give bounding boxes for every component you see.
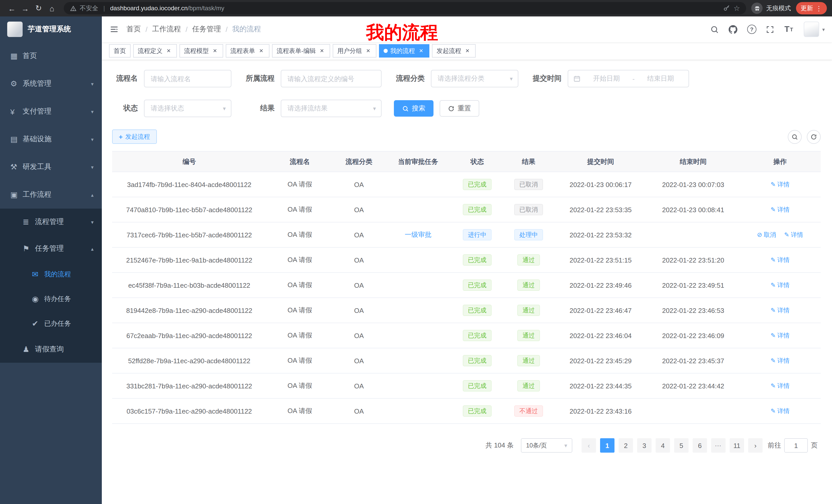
fullscreen-icon[interactable]: [762, 21, 778, 38]
browser-menu-icon[interactable]: ⋮: [815, 4, 822, 12]
submit-time-range-picker[interactable]: 开始日期 - 结束日期: [568, 70, 689, 87]
sidebar-menu-item[interactable]: ⚑ 任务管理 ▴: [0, 235, 102, 262]
font-size-icon[interactable]: TT: [781, 21, 797, 38]
detail-button[interactable]: ✎详情: [771, 281, 789, 289]
view-tab[interactable]: 流程表单-编辑 ×: [272, 44, 330, 58]
category-select[interactable]: 请选择流程分类 ▾: [431, 70, 518, 87]
app-logo[interactable]: 芋道管理系统: [0, 17, 102, 42]
next-page-button[interactable]: ›: [748, 438, 762, 453]
reload-icon[interactable]: ↻: [32, 2, 45, 15]
detail-button[interactable]: ✎详情: [771, 356, 789, 365]
breadcrumb-separator: /: [226, 25, 228, 33]
reset-button[interactable]: 重置: [440, 100, 479, 117]
cell-process-name: OA 请假: [266, 197, 333, 222]
breadcrumb-item[interactable]: 工作流程: [152, 25, 181, 34]
sidebar-menu-item[interactable]: ▦ 首页: [0, 42, 102, 70]
detail-button[interactable]: ✎详情: [771, 256, 789, 264]
create-process-button[interactable]: + 发起流程: [112, 130, 157, 144]
page-size-select[interactable]: 10条/页 ▾: [521, 438, 572, 453]
back-icon[interactable]: ←: [5, 2, 19, 15]
user-avatar[interactable]: ▾: [804, 22, 825, 37]
sidebar-menu-item[interactable]: ▤ 基础设施 ▾: [0, 125, 102, 153]
prev-page-button[interactable]: ‹: [581, 438, 596, 453]
breadcrumb-item[interactable]: 首页: [127, 25, 141, 34]
process-name-input[interactable]: [144, 70, 231, 87]
tab-close-icon[interactable]: ×: [211, 47, 218, 54]
toggle-search-button[interactable]: [788, 130, 802, 144]
refresh-glyph: [448, 105, 454, 112]
tab-close-icon[interactable]: ×: [165, 47, 172, 54]
cell-current-task: [385, 298, 451, 323]
tab-close-icon[interactable]: ×: [365, 47, 372, 54]
canc el-button[interactable]: ⊘取消: [757, 230, 776, 239]
search-icon[interactable]: [707, 21, 723, 38]
edit-icon: ✎: [771, 206, 776, 213]
sidebar-menu-item[interactable]: ≣ 流程管理 ▾: [0, 208, 102, 235]
cell-status: 已完成: [451, 273, 503, 298]
sidebar-menu-item[interactable]: ▣ 工作流程 ▴: [0, 181, 102, 208]
home-icon[interactable]: ⌂: [45, 2, 59, 15]
update-button[interactable]: 更新 ⋮: [796, 2, 827, 15]
view-tab[interactable]: 流程模型 ×: [179, 44, 223, 58]
detail-button[interactable]: ✎详情: [771, 407, 789, 415]
incognito-label: 无痕模式: [766, 4, 791, 12]
bookmark-star-icon[interactable]: ☆: [733, 4, 740, 12]
view-tab[interactable]: 首页 ×: [109, 44, 131, 58]
page-number-button[interactable]: 5: [674, 438, 688, 453]
sidebar-menu-item[interactable]: ✔ 已办任务: [0, 311, 102, 336]
logo-image: [7, 22, 23, 37]
sidebar-menu-item[interactable]: ◉ 待办任务: [0, 287, 102, 311]
page-url[interactable]: dashboard.yudao.iocoder.cn/bpm/task/my: [110, 5, 224, 12]
forward-icon[interactable]: →: [19, 2, 32, 15]
page-number-button[interactable]: ⋯: [711, 438, 726, 453]
tab-close-icon[interactable]: ×: [464, 47, 471, 54]
help-icon[interactable]: ?: [747, 25, 756, 34]
sidebar-menu-item[interactable]: ✉ 我的流程: [0, 262, 102, 287]
tab-close-icon[interactable]: ×: [318, 47, 326, 54]
view-tab[interactable]: 流程表单 ×: [226, 44, 269, 58]
sidebar-menu-item[interactable]: ♟ 请假查询: [0, 336, 102, 363]
sidebar-menu-item[interactable]: ⚙ 系统管理 ▾: [0, 70, 102, 97]
password-key-icon[interactable]: [723, 5, 730, 12]
detail-button[interactable]: ✎详情: [771, 205, 789, 214]
status-select[interactable]: 请选择状态 ▾: [144, 100, 231, 117]
view-tab[interactable]: 流程定义 ×: [133, 44, 177, 58]
sidebar-toggle-icon[interactable]: [102, 25, 127, 34]
tab-close-icon[interactable]: ×: [258, 47, 265, 54]
github-icon[interactable]: [726, 21, 741, 38]
sidebar-menu-item[interactable]: ¥ 支付管理 ▾: [0, 97, 102, 125]
view-tab[interactable]: 用户分组 ×: [333, 44, 376, 58]
address-bar[interactable]: 不安全 | dashboard.yudao.iocoder.cn/bpm/tas…: [64, 2, 746, 15]
detail-button[interactable]: ✎详情: [771, 331, 789, 340]
cell-id: 331bc281-7b9a-11ec-a290-acde48001122: [112, 373, 266, 398]
process-def-input[interactable]: [281, 70, 382, 87]
search-button[interactable]: 搜索: [394, 100, 434, 117]
view-tab[interactable]: 发起流程 ×: [432, 44, 476, 58]
sidebar-menu-item[interactable]: ⚒ 研发工具 ▾: [0, 153, 102, 181]
result-select[interactable]: 请选择流结果 ▾: [281, 100, 382, 117]
detail-button[interactable]: ✎详情: [771, 382, 789, 390]
menu-item-label: 基础设施: [23, 135, 88, 144]
page-number-button[interactable]: 6: [693, 438, 707, 453]
tab-close-icon[interactable]: ×: [418, 47, 425, 54]
page-number-button[interactable]: 1: [600, 438, 615, 453]
breadcrumb-item[interactable]: 任务管理: [192, 25, 221, 34]
breadcrumb-item[interactable]: 我的流程: [232, 25, 261, 34]
detail-button[interactable]: ✎详情: [771, 180, 789, 189]
column-header: 当前审批任务: [385, 151, 451, 172]
page-number-button[interactable]: 4: [656, 438, 670, 453]
edit-icon: ✎: [784, 231, 789, 239]
page-number-button[interactable]: 2: [619, 438, 633, 453]
page-number-button[interactable]: 11: [730, 438, 744, 453]
cell-process-name: OA 请假: [266, 172, 333, 197]
view-tab[interactable]: 我的流程 ×: [379, 44, 430, 58]
status-tag: 已完成: [463, 179, 492, 190]
menu-item-label: 请假查询: [35, 345, 90, 354]
detail-button[interactable]: ✎详情: [784, 230, 803, 239]
detail-button[interactable]: ✎详情: [771, 306, 789, 315]
refresh-table-button[interactable]: [807, 130, 821, 144]
security-warning-icon[interactable]: [70, 5, 77, 11]
page-jump-input[interactable]: [784, 438, 808, 453]
current-task-link[interactable]: 一级审批: [405, 231, 432, 239]
page-number-button[interactable]: 3: [637, 438, 651, 453]
